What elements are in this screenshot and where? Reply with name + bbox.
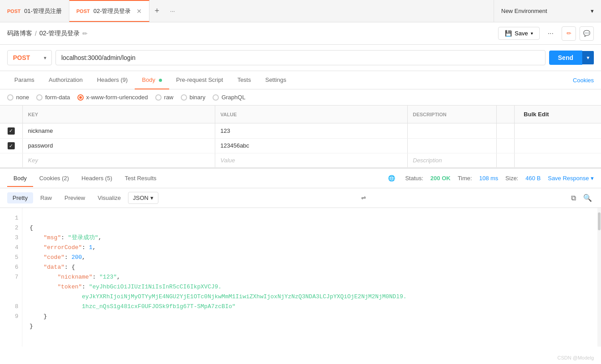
save-button[interactable]: 💾 Save ▾ bbox=[498, 27, 540, 40]
kv-table: KEY VALUE DESCRIPTION Bulk Edit nickname… bbox=[0, 106, 601, 168]
format-raw[interactable]: Raw bbox=[35, 192, 57, 203]
status-label: Status: bbox=[405, 175, 423, 182]
search-response-button[interactable]: 🔍 bbox=[581, 192, 594, 204]
plus-icon: + bbox=[155, 6, 160, 16]
row2-value-cell[interactable]: 123456abc bbox=[215, 138, 407, 153]
method-label: POST bbox=[13, 54, 30, 61]
row2-key-cell[interactable]: password bbox=[22, 138, 215, 153]
format-pretty[interactable]: Pretty bbox=[7, 192, 33, 203]
copy-response-button[interactable]: ⧉ bbox=[569, 192, 578, 204]
row1-value-cell[interactable]: 123 bbox=[215, 123, 407, 139]
tab-authorization[interactable]: Authorization bbox=[42, 71, 90, 89]
body-type-none-label: none bbox=[16, 94, 29, 101]
empty-desc-cell[interactable]: Description bbox=[407, 153, 497, 168]
method-chevron-icon: ▾ bbox=[44, 55, 46, 60]
tab-headers[interactable]: Headers (9) bbox=[90, 71, 135, 89]
tab-tests[interactable]: Tests bbox=[230, 71, 258, 89]
tab-authorization-label: Authorization bbox=[49, 76, 83, 83]
row2-checkbox[interactable] bbox=[8, 142, 15, 149]
send-main-button[interactable]: Send bbox=[549, 51, 582, 65]
row1-value: 123 bbox=[221, 127, 230, 134]
row1-more-cell bbox=[497, 123, 515, 139]
resp-tab-test-results[interactable]: Test Results bbox=[119, 170, 163, 187]
globe-icon: 🌐 bbox=[388, 175, 395, 182]
close-tab-icon[interactable]: ✕ bbox=[136, 8, 142, 15]
url-input[interactable] bbox=[55, 50, 546, 65]
bulk-edit-button[interactable]: Bulk Edit bbox=[520, 109, 552, 119]
save-chevron-icon: ▾ bbox=[531, 31, 533, 36]
table-row-empty: Key Value Description bbox=[0, 153, 601, 168]
scrollbar-thumb bbox=[598, 212, 601, 230]
empty-value-cell[interactable]: Value bbox=[215, 153, 407, 168]
body-type-urlencoded[interactable]: x-www-form-urlencoded bbox=[77, 94, 148, 101]
tab-more-button[interactable]: ··· bbox=[165, 0, 180, 22]
tab-body[interactable]: Body bbox=[135, 71, 169, 89]
body-type-binary[interactable]: binary bbox=[181, 94, 205, 101]
empty-key-cell[interactable]: Key bbox=[22, 153, 215, 168]
environment-selector[interactable]: New Environment ▾ bbox=[494, 0, 601, 22]
comment-action-button[interactable]: 💬 bbox=[580, 26, 594, 41]
row2-check-cell bbox=[0, 138, 22, 153]
row2-actions-cell bbox=[515, 138, 601, 153]
add-tab-button[interactable]: + bbox=[149, 0, 165, 22]
tab-01-label: 01-管理员注册 bbox=[24, 7, 62, 15]
resp-tab-body-label: Body bbox=[13, 175, 27, 182]
tab-01-method: POST bbox=[7, 8, 21, 14]
radio-binary bbox=[181, 94, 187, 101]
resp-tab-headers-label: Headers (5) bbox=[81, 175, 112, 182]
send-chevron-button[interactable]: ▾ bbox=[582, 51, 594, 64]
radio-formdata bbox=[36, 94, 43, 101]
tab-settings[interactable]: Settings bbox=[258, 71, 294, 89]
body-type-raw[interactable]: raw bbox=[155, 94, 174, 101]
wrap-lines-button[interactable]: ⇌ bbox=[359, 193, 368, 203]
empty-actions-cell bbox=[515, 153, 601, 168]
send-button[interactable]: Send ▾ bbox=[549, 51, 594, 65]
tab-settings-label: Settings bbox=[265, 76, 286, 83]
more-options-button[interactable]: ··· bbox=[543, 27, 558, 40]
tab-01[interactable]: POST 01-管理员注册 bbox=[0, 0, 69, 22]
row2-desc-cell[interactable] bbox=[407, 138, 497, 153]
edit-icon[interactable]: ✏ bbox=[82, 30, 88, 37]
format-type-label: JSON bbox=[133, 195, 149, 201]
size-value: 460 B bbox=[525, 175, 541, 182]
value-placeholder: Value bbox=[221, 157, 235, 164]
tab-prerequest[interactable]: Pre-request Script bbox=[169, 71, 230, 89]
request-tabs-nav: Params Authorization Headers (9) Body Pr… bbox=[0, 71, 601, 89]
more-tabs-icon: ··· bbox=[170, 8, 175, 14]
desc-placeholder: Description bbox=[413, 157, 442, 164]
key-placeholder: Key bbox=[28, 157, 38, 164]
save-response-button[interactable]: Save Response ▾ bbox=[548, 175, 594, 182]
resp-tab-body[interactable]: Body bbox=[7, 170, 33, 187]
status-value: 200 OK bbox=[431, 175, 451, 182]
cookies-link[interactable]: Cookies bbox=[573, 77, 594, 84]
body-type-binary-label: binary bbox=[190, 94, 205, 101]
size-label: Size: bbox=[505, 175, 518, 182]
tab-02[interactable]: POST 02-管理员登录 ✕ bbox=[69, 0, 149, 22]
resp-format-actions: ⇌ bbox=[359, 193, 368, 203]
body-type-none[interactable]: none bbox=[7, 94, 29, 101]
tab-bar: POST 01-管理员注册 POST 02-管理员登录 ✕ + ··· New … bbox=[0, 0, 601, 22]
format-type-dropdown[interactable]: JSON ▾ bbox=[128, 192, 158, 204]
col-more-header bbox=[497, 106, 515, 123]
row1-key-cell[interactable]: nickname bbox=[22, 123, 215, 139]
body-type-formdata-label: form-data bbox=[45, 94, 70, 101]
resp-tab-headers[interactable]: Headers (5) bbox=[75, 170, 119, 187]
row1-desc-cell[interactable] bbox=[407, 123, 497, 139]
resp-tab-cookies[interactable]: Cookies (2) bbox=[33, 170, 75, 187]
body-type-formdata[interactable]: form-data bbox=[36, 94, 70, 101]
tab-params[interactable]: Params bbox=[7, 71, 42, 89]
method-selector[interactable]: POST ▾ bbox=[7, 50, 52, 65]
chevron-down-icon: ▾ bbox=[591, 8, 594, 14]
env-label: New Environment bbox=[501, 8, 547, 14]
breadcrumb: 码路博客 / 02-管理员登录 ✏ bbox=[7, 30, 494, 38]
row1-checkbox[interactable] bbox=[8, 127, 15, 135]
col-value-header: VALUE bbox=[215, 106, 407, 123]
edit-action-button[interactable]: ✏ bbox=[562, 26, 576, 41]
scrollbar[interactable] bbox=[597, 208, 601, 347]
format-preview[interactable]: Preview bbox=[59, 192, 90, 203]
resp-format-bar: Pretty Raw Preview Visualize JSON ▾ ⇌ ⧉ … bbox=[0, 188, 601, 208]
body-type-graphql[interactable]: GraphQL bbox=[213, 94, 245, 101]
format-visualize[interactable]: Visualize bbox=[92, 192, 126, 203]
col-bulk-header[interactable]: Bulk Edit bbox=[515, 106, 601, 123]
empty-check-cell bbox=[0, 153, 22, 168]
